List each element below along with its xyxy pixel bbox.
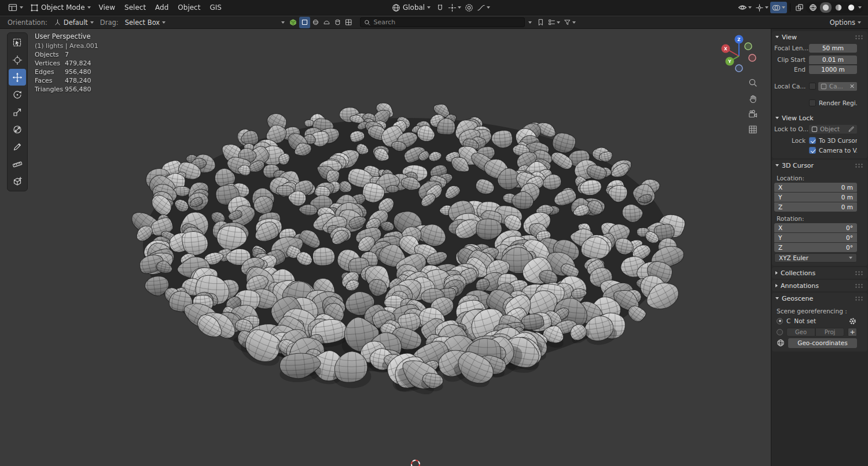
shading-wireframe-button[interactable] bbox=[807, 2, 819, 13]
menu-add[interactable]: Add bbox=[150, 3, 173, 12]
shading-rendered-button[interactable] bbox=[845, 2, 857, 13]
display-toggle-grid[interactable] bbox=[343, 17, 354, 28]
drag-grip-icon[interactable] bbox=[855, 271, 864, 276]
geo-button[interactable]: Geo bbox=[786, 328, 815, 336]
focal-length-field[interactable]: 50 mm bbox=[809, 44, 857, 53]
proportional-edit-toggle[interactable] bbox=[463, 2, 475, 13]
cursor-location-x[interactable]: X 0 m bbox=[774, 183, 857, 192]
bookmark-button[interactable] bbox=[535, 17, 546, 28]
cursor-rotation-x[interactable]: X 0° bbox=[774, 223, 857, 232]
shading-material-button[interactable] bbox=[833, 2, 844, 13]
overlays-icon bbox=[772, 3, 781, 12]
drag-grip-icon[interactable] bbox=[855, 35, 864, 40]
display-toggle-sphere[interactable] bbox=[310, 17, 321, 28]
menu-gis[interactable]: GIS bbox=[205, 3, 226, 12]
drag-grip-icon[interactable] bbox=[855, 283, 864, 289]
options-button[interactable]: Options bbox=[830, 19, 863, 27]
display-toggle-dome[interactable] bbox=[321, 17, 332, 28]
pan-button[interactable] bbox=[746, 92, 759, 105]
panel-view-header[interactable]: View bbox=[772, 31, 867, 43]
drag-grip-icon[interactable] bbox=[855, 296, 864, 301]
snap-target-select[interactable] bbox=[446, 2, 463, 13]
camera-to-view-row: Camera to V... bbox=[774, 146, 857, 155]
tool-select-box[interactable] bbox=[9, 34, 26, 51]
crs-radio[interactable] bbox=[777, 318, 783, 324]
cursor-rotation-z[interactable]: Z 0° bbox=[774, 243, 857, 252]
gizmos-toggle[interactable] bbox=[753, 2, 770, 13]
menu-view[interactable]: View bbox=[94, 3, 120, 12]
snap-toggle[interactable] bbox=[434, 2, 446, 13]
clear-icon[interactable] bbox=[849, 83, 855, 89]
ortho-toggle-button[interactable] bbox=[746, 123, 759, 136]
orientation-default-select[interactable]: Default bbox=[50, 16, 97, 29]
editor-type-button[interactable] bbox=[5, 1, 27, 14]
geo-coordinates-button[interactable]: Geo-coordinates bbox=[788, 338, 857, 348]
cursor-location-z[interactable]: Z 0 m bbox=[774, 202, 857, 212]
tool-cursor[interactable] bbox=[9, 51, 26, 68]
panel-annotations-header[interactable]: Annotations bbox=[772, 280, 867, 291]
orientation-default-value: Default bbox=[64, 19, 88, 27]
camera-view-button[interactable] bbox=[746, 108, 759, 120]
cursor-location-y[interactable]: Y 0 m bbox=[774, 193, 857, 202]
panel-geoscene-header[interactable]: Geoscene bbox=[772, 293, 867, 304]
falloff-select[interactable] bbox=[475, 2, 492, 13]
overlays-toggle[interactable] bbox=[770, 2, 787, 13]
eyedropper-icon[interactable] bbox=[848, 125, 855, 132]
drag-grip-icon[interactable] bbox=[855, 163, 864, 168]
clip-end-field[interactable]: 1000 m bbox=[809, 65, 857, 74]
clip-start-field[interactable]: 0.01 m bbox=[809, 56, 857, 64]
xray-toggle[interactable] bbox=[793, 2, 806, 13]
lock-object-field[interactable]: Object bbox=[809, 125, 857, 134]
render-region-checkbox[interactable] bbox=[809, 99, 816, 106]
stat-row: Triangles956,480 bbox=[35, 85, 98, 94]
tool-transform[interactable] bbox=[9, 121, 26, 138]
panel-title: View bbox=[782, 34, 797, 41]
menu-object[interactable]: Object bbox=[173, 3, 205, 12]
hand-icon bbox=[748, 94, 757, 103]
chevron-down-icon[interactable] bbox=[281, 21, 285, 24]
display-toggle-cylinder[interactable] bbox=[332, 17, 343, 28]
local-camera-field[interactable]: Ca... bbox=[818, 82, 857, 91]
shading-solid-button[interactable] bbox=[820, 2, 832, 13]
perspective-grid-icon bbox=[748, 125, 757, 134]
gear-icon[interactable] bbox=[848, 317, 857, 326]
zoom-button[interactable] bbox=[746, 76, 759, 89]
tool-move[interactable] bbox=[9, 69, 26, 86]
drag-mode-select[interactable]: Select Box bbox=[122, 16, 170, 29]
cursor-rotation-y[interactable]: Y 0° bbox=[774, 233, 857, 242]
stat-row: Objects7 bbox=[35, 50, 98, 59]
search-input[interactable] bbox=[373, 19, 521, 26]
gis-cube-button[interactable] bbox=[287, 17, 299, 28]
gizmo-x-neg[interactable] bbox=[749, 54, 756, 61]
camera-to-view-checkbox[interactable] bbox=[809, 147, 816, 154]
display-mode-select[interactable] bbox=[546, 17, 562, 28]
sphere-icon bbox=[312, 19, 319, 26]
tool-rotate[interactable] bbox=[9, 86, 26, 103]
geo-proj-radio[interactable] bbox=[777, 329, 783, 335]
transform-orientation-select[interactable]: Global bbox=[388, 1, 434, 14]
mode-select[interactable]: Object Mode bbox=[27, 1, 94, 14]
display-toggle-square[interactable] bbox=[299, 17, 310, 28]
panel-3d-cursor-header[interactable]: 3D Cursor bbox=[772, 160, 867, 171]
to-3d-cursor-checkbox[interactable] bbox=[809, 137, 816, 144]
tool-scale[interactable] bbox=[9, 103, 26, 120]
panel-collections-header[interactable]: Collections bbox=[772, 267, 867, 279]
tool-add-cube[interactable] bbox=[9, 173, 26, 190]
gizmo-z-neg[interactable] bbox=[735, 65, 742, 72]
navigation-gizmo[interactable]: Z X Y bbox=[718, 34, 760, 79]
tool-measure[interactable] bbox=[9, 156, 26, 172]
menu-select[interactable]: Select bbox=[120, 3, 150, 12]
gizmo-y-neg[interactable] bbox=[745, 43, 752, 50]
proj-button[interactable]: Proj bbox=[815, 328, 844, 336]
panel-view-lock-header[interactable]: View Lock bbox=[772, 112, 867, 124]
chevron-down-icon[interactable] bbox=[528, 21, 532, 24]
add-crs-button[interactable]: + bbox=[848, 328, 857, 336]
tool-annotate[interactable] bbox=[9, 138, 26, 155]
view-object-types-select[interactable] bbox=[736, 2, 753, 13]
panel-annotations: Annotations bbox=[772, 280, 867, 291]
xray-icon bbox=[795, 3, 804, 12]
rotation-mode-select[interactable]: XYZ Euler bbox=[774, 253, 857, 262]
viewport-canvas[interactable] bbox=[0, 29, 771, 466]
filter-select[interactable] bbox=[562, 17, 578, 28]
local-camera-checkbox[interactable] bbox=[809, 83, 816, 90]
